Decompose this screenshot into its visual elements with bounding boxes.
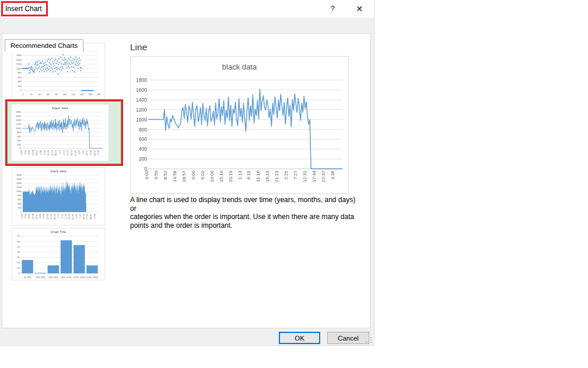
svg-text:3:36: 3:36 [330,170,335,179]
dialog-titlebar[interactable]: Insert Chart ? ✕ [0,0,374,18]
dialog-content: 020040060080010001200140016001800black d… [2,33,370,328]
svg-text:1600: 1600 [16,114,22,117]
svg-text:17:34: 17:34 [312,170,317,182]
svg-text:15:10: 15:10 [219,170,224,182]
svg-text:0:00: 0:00 [20,213,23,218]
svg-text:7:27: 7:27 [293,170,298,179]
close-icon[interactable]: ✕ [349,0,369,17]
svg-text:1:13: 1:13 [237,170,243,179]
area-chart-thumbnail-canvas: 020040060080010001200140016001800black d… [12,168,104,225]
cancel-button[interactable]: Cancel [327,332,369,344]
svg-text:17:34: 17:34 [86,213,89,220]
svg-text:140: 140 [80,93,84,96]
selection-annotation-box: 020040060080010001200140016001800black d… [5,99,123,166]
line-chart-thumbnail-card: 020040060080010001200140016001800black d… [11,104,109,161]
svg-text:20:19: 20:19 [53,213,56,220]
svg-text:[0, 280]: [0, 280] [24,276,31,279]
tab-recommended-charts[interactable]: Recommended Charts [5,39,83,52]
svg-text:2:25: 2:25 [78,150,80,155]
svg-text:1800: 1800 [16,173,22,176]
svg-text:50: 50 [18,245,20,248]
svg-text:40: 40 [38,93,41,96]
svg-text:1000: 1000 [16,190,22,193]
svg-text:1400: 1400 [16,58,22,61]
svg-text:600: 600 [139,136,147,142]
svg-text:16:19: 16:19 [68,213,71,220]
ok-button[interactable]: OK [279,332,320,344]
svg-text:160: 160 [88,93,92,96]
svg-text:0:00: 0:00 [20,150,23,155]
svg-text:80: 80 [55,93,58,96]
svg-text:0: 0 [22,93,24,96]
svg-text:400: 400 [17,139,21,142]
svg-text:3:36: 3:36 [93,213,96,218]
preview-line-chart-canvas: 020040060080010001200140016001800black d… [131,57,348,193]
chart-description: A line chart is used to display trends o… [130,196,363,230]
svg-text:13:58: 13:58 [32,213,34,220]
svg-text:2:25: 2:25 [75,213,78,218]
svg-text:400: 400 [18,80,22,83]
svg-text:200: 200 [18,206,22,209]
svg-text:600: 600 [18,76,22,79]
svg-text:1200: 1200 [136,107,147,113]
svg-text:13:58: 13:58 [172,170,177,182]
svg-text:18:57: 18:57 [35,150,38,156]
thumbnail-area-chart[interactable]: 020040060080010001200140016001800black d… [12,167,105,225]
svg-text:1400: 1400 [16,119,22,121]
svg-text:100: 100 [63,93,67,96]
svg-text:6:15: 6:15 [61,213,64,218]
svg-text:black data: black data [52,106,68,110]
svg-text:13:58: 13:58 [32,150,34,156]
svg-text:11:16: 11:16 [64,213,67,219]
svg-text:0:00: 0:00 [144,170,149,179]
svg-text:(560, 840]: (560, 840] [49,276,58,279]
svg-text:1800: 1800 [136,77,147,83]
svg-text:1000: 1000 [136,117,147,123]
title-annotation-box: Insert Chart [1,1,48,16]
svg-text:600: 600 [18,198,22,201]
svg-text:1800: 1800 [16,110,22,113]
svg-text:7:27: 7:27 [79,213,82,218]
svg-text:200: 200 [17,143,21,146]
selected-chart-type-heading: Line [130,42,147,53]
svg-text:400: 400 [139,146,147,152]
thumbnail-histogram-chart[interactable]: 010203040506070Chart Title[0, 280](280, … [12,228,105,280]
svg-text:15:10: 15:10 [51,150,54,156]
thumbnail-line-chart-selected[interactable]: 020040060080010001200140016001800black d… [7,101,121,164]
svg-text:1600: 1600 [136,87,147,93]
svg-text:10: 10 [18,266,20,269]
resize-grip[interactable] [366,337,372,343]
svg-text:5:02: 5:02 [43,150,46,155]
svg-text:(1120, 1400]: (1120, 1400] [74,276,85,279]
svg-text:3:36: 3:36 [97,150,100,155]
svg-text:8:52: 8:52 [27,150,30,155]
svg-text:18:57: 18:57 [35,213,38,220]
svg-text:1600: 1600 [16,54,22,57]
svg-text:17:34: 17:34 [89,150,92,156]
help-button[interactable]: ? [323,0,342,17]
line-chart-thumbnail-canvas: 020040060080010001200140016001800black d… [12,105,108,161]
svg-text:11:16: 11:16 [66,150,69,155]
svg-text:1400: 1400 [16,182,22,185]
svg-text:200: 200 [18,85,22,88]
svg-text:6:15: 6:15 [62,150,65,155]
svg-text:3:50: 3:50 [24,150,27,155]
svg-text:0:00: 0:00 [38,213,41,218]
svg-text:40: 40 [18,251,20,254]
svg-text:10:06: 10:06 [46,213,49,220]
svg-text:20:19: 20:19 [228,170,233,182]
svg-text:0: 0 [20,210,22,213]
svg-text:800: 800 [18,194,22,197]
svg-text:(280, 560]: (280, 560] [36,276,45,279]
svg-text:3:50: 3:50 [24,213,27,218]
svg-text:20: 20 [18,261,20,264]
svg-text:0:00: 0:00 [39,150,42,155]
svg-text:70: 70 [18,234,20,237]
svg-text:0:00: 0:00 [191,170,196,179]
svg-text:black data: black data [222,63,257,71]
svg-text:black data: black data [50,169,66,173]
chart-preview: 020040060080010001200140016001800black d… [130,56,349,194]
svg-text:(840, 1120]: (840, 1120] [61,276,71,279]
svg-text:1600: 1600 [16,178,22,180]
svg-text:18:57: 18:57 [181,170,187,182]
